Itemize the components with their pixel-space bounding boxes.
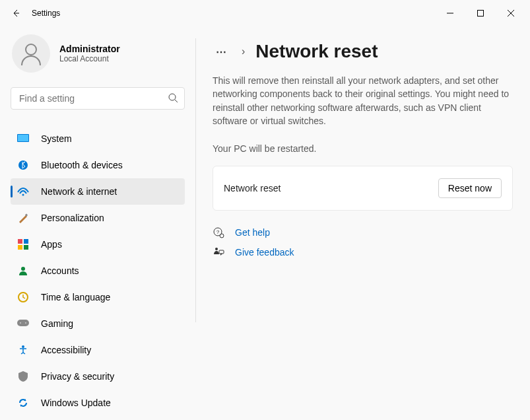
nav-label: Windows Update — [41, 398, 111, 408]
maximize-button[interactable] — [465, 3, 496, 23]
feedback-icon — [213, 246, 224, 258]
gaming-icon — [17, 318, 29, 330]
main-content: ⋯ › Network reset This will remove then … — [195, 26, 530, 420]
breadcrumb: ⋯ › Network reset — [213, 41, 513, 62]
svg-rect-1 — [478, 11, 484, 17]
search-icon — [168, 92, 178, 106]
svg-rect-13 — [24, 239, 28, 244]
restart-note: Your PC will be restarted. — [213, 143, 513, 154]
nav-label: Network & internet — [41, 186, 117, 197]
network-reset-card: Network reset Reset now — [213, 166, 513, 211]
network-icon — [17, 186, 29, 197]
sidebar: Administrator Local Account System Bluet… — [0, 26, 195, 420]
titlebar: Settings — [0, 0, 530, 26]
svg-line-6 — [175, 100, 178, 102]
account-sub: Local Account — [59, 54, 120, 63]
maximize-icon — [477, 10, 484, 17]
system-icon — [17, 133, 29, 145]
get-help-link[interactable]: Get help — [235, 227, 270, 238]
svg-rect-15 — [24, 245, 28, 250]
minimize-button[interactable] — [435, 3, 465, 23]
card-label: Network reset — [224, 183, 281, 193]
reset-now-button[interactable]: Reset now — [438, 178, 502, 198]
nav-item-update[interactable]: Windows Update — [11, 390, 185, 416]
svg-point-10 — [22, 194, 24, 196]
svg-rect-14 — [18, 245, 22, 250]
svg-point-24 — [220, 234, 224, 238]
nav-item-bluetooth[interactable]: Bluetooth & devices — [11, 152, 185, 178]
nav-item-accounts[interactable]: Accounts — [11, 258, 185, 284]
give-feedback-row[interactable]: Give feedback — [213, 246, 513, 258]
svg-point-9 — [18, 160, 28, 170]
nav-label: Bluetooth & devices — [41, 160, 123, 170]
nav-label: System — [41, 133, 72, 144]
nav-item-time-language[interactable]: Time & language — [11, 284, 185, 310]
nav-label: Personalization — [41, 213, 104, 223]
svg-point-19 — [20, 322, 21, 324]
page-description: This will remove then reinstall all your… — [213, 74, 513, 127]
app-title: Settings — [32, 9, 60, 18]
nav-label: Gaming — [41, 318, 73, 329]
personalization-icon — [17, 212, 29, 224]
account-name: Administrator — [59, 44, 120, 54]
nav-item-apps[interactable]: Apps — [11, 231, 185, 258]
svg-point-5 — [169, 94, 176, 100]
nav-label: Accessibility — [41, 345, 91, 355]
nav-item-system[interactable]: System — [11, 125, 185, 152]
get-help-row[interactable]: ? Get help — [213, 227, 513, 238]
svg-point-4 — [26, 44, 36, 55]
nav-label: Accounts — [41, 265, 79, 276]
apps-icon — [17, 238, 29, 250]
window-controls — [435, 3, 526, 23]
accessibility-icon — [17, 344, 29, 356]
svg-rect-12 — [18, 239, 22, 244]
svg-rect-26 — [219, 250, 224, 254]
svg-rect-18 — [17, 320, 29, 326]
nav-item-gaming[interactable]: Gaming — [11, 310, 185, 337]
nav-label: Apps — [41, 239, 62, 250]
svg-text:?: ? — [216, 229, 220, 235]
nav-label: Privacy & security — [41, 371, 114, 382]
time-icon — [17, 291, 29, 303]
svg-point-21 — [22, 345, 24, 348]
nav-list: System Bluetooth & devices Network & int… — [11, 125, 195, 416]
svg-rect-8 — [18, 135, 28, 141]
update-icon — [17, 397, 29, 409]
arrow-left-icon — [11, 8, 21, 18]
breadcrumb-more-button[interactable]: ⋯ — [213, 42, 231, 61]
svg-point-25 — [215, 248, 218, 250]
close-icon — [508, 10, 514, 17]
svg-point-16 — [21, 267, 25, 271]
minimize-icon — [447, 10, 453, 17]
chevron-right-icon: › — [240, 46, 246, 57]
nav-item-privacy[interactable]: Privacy & security — [11, 363, 185, 390]
account-header[interactable]: Administrator Local Account — [11, 34, 195, 73]
accounts-icon — [17, 265, 29, 277]
give-feedback-link[interactable]: Give feedback — [235, 247, 294, 258]
back-button[interactable] — [4, 1, 28, 25]
person-icon — [18, 40, 44, 67]
shield-icon — [17, 370, 29, 382]
search-input[interactable] — [11, 87, 185, 110]
avatar — [12, 34, 50, 73]
nav-item-accessibility[interactable]: Accessibility — [11, 337, 185, 363]
page-title: Network reset — [255, 41, 378, 62]
bluetooth-icon — [17, 159, 29, 171]
nav-item-network[interactable]: Network & internet — [11, 178, 185, 205]
nav-item-personalization[interactable]: Personalization — [11, 205, 185, 231]
help-icon: ? — [213, 227, 224, 238]
nav-label: Time & language — [41, 292, 110, 302]
svg-point-20 — [25, 322, 26, 324]
close-button[interactable] — [496, 3, 526, 23]
